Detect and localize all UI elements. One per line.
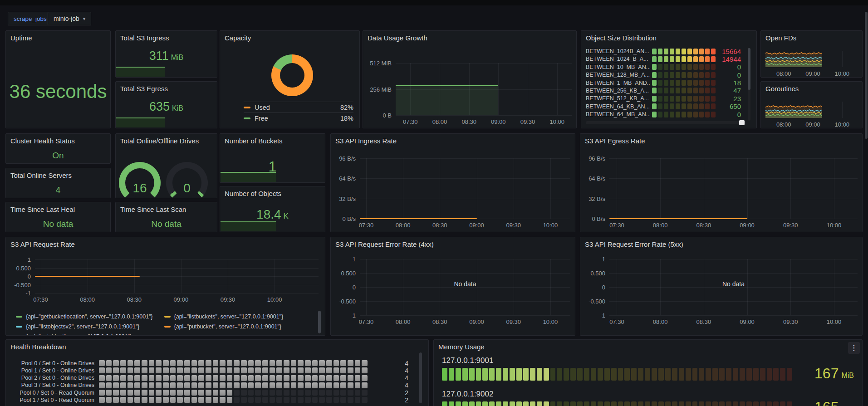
led-cell <box>712 401 718 406</box>
legend-item[interactable]: {api="putbucket", server="127.0.0.1:9001… <box>164 322 313 332</box>
led-cell <box>570 401 576 406</box>
led-cell <box>699 80 704 86</box>
page-scrollbar[interactable] <box>864 5 868 406</box>
scrollbar-handle[interactable] <box>739 120 745 125</box>
vertical-scrollbar[interactable] <box>748 48 750 121</box>
panel-title[interactable]: Health Breakdown <box>10 343 424 351</box>
health-row-label: Pool 1 / Set 0 - Read Quorum <box>10 397 99 403</box>
panel-title[interactable]: Uptime <box>10 34 106 42</box>
panel-total-s3-ingress: Total S3 Ingress 311MiB <box>115 30 217 78</box>
led-cell <box>746 401 752 406</box>
led-cell <box>134 382 140 388</box>
panel-title[interactable]: Number of Objects <box>225 190 320 197</box>
led-cell <box>355 390 361 396</box>
legend-item[interactable]: {api="getbucketlocation", server="127.0.… <box>16 312 164 322</box>
legend-item[interactable]: {api="putobject", server="127.0.0.1:9001… <box>16 332 164 336</box>
legend-row-used[interactable]: Used 82% <box>244 102 353 113</box>
x-axis-label: 10:00 <box>543 318 558 325</box>
object-size-value: 23 <box>716 95 745 103</box>
panel-title[interactable]: Total Online/Offline Drives <box>120 137 212 145</box>
led-bar <box>442 368 792 381</box>
panel-title[interactable]: Capacity <box>225 34 355 42</box>
horizontal-scrollbar[interactable] <box>586 121 745 124</box>
led-cell <box>564 368 569 381</box>
led-cell <box>726 368 731 381</box>
panel-title[interactable]: Time Since Last Scan <box>120 205 212 213</box>
led-cell <box>469 368 475 381</box>
health-breakdown-row: Pool 0 / Set 0 - Read Quorum2 <box>10 390 408 396</box>
led-cell <box>687 112 692 117</box>
led-cell <box>682 49 686 54</box>
panel-title[interactable]: Number of Buckets <box>225 137 320 145</box>
object-size-label: BETWEEN_1_MB_AND... <box>586 80 650 86</box>
led-cell <box>234 390 240 396</box>
variable-value-dropdown[interactable]: minio-job ▾ <box>48 12 91 25</box>
led-cell <box>248 375 254 381</box>
led-cell <box>348 390 353 396</box>
led-cell <box>227 367 233 373</box>
panel-title[interactable]: Goroutines <box>765 85 858 93</box>
legend-series-color <box>16 326 22 328</box>
error-4xx-plot: No data 10.5000-0.500-107:3008:0008:3009… <box>360 259 570 315</box>
legend-used-label: Used <box>255 104 270 111</box>
panel-title[interactable]: S3 API Request Error Rate (5xx) <box>585 240 858 248</box>
object-size-value: 47 <box>716 87 745 94</box>
panel-title[interactable]: Total S3 Ingress <box>120 34 212 42</box>
panel-title[interactable]: S3 API Ingress Rate <box>335 137 570 145</box>
led-cell <box>198 390 204 396</box>
led-cell <box>333 382 339 388</box>
scrollbar-thumb[interactable] <box>865 12 868 139</box>
x-axis-label: 08:30 <box>432 222 447 229</box>
panel-title[interactable]: Total S3 Egress <box>120 85 212 93</box>
led-cell <box>362 375 368 381</box>
panel-total-online-offline-drives: Total Online/Offline Drives 16 0 <box>115 133 217 198</box>
led-cell <box>692 368 698 381</box>
x-axis-label: 08:00 <box>396 318 411 325</box>
led-bar <box>652 49 716 54</box>
led-cell <box>184 382 190 388</box>
scrollbar-thumb[interactable] <box>748 48 750 90</box>
led-cell <box>241 360 247 366</box>
led-cell <box>312 382 318 388</box>
led-cell <box>686 368 691 381</box>
led-cell <box>676 80 680 86</box>
variable-label-chip[interactable]: scrape_jobs <box>8 12 53 25</box>
panel-title[interactable]: Object Size Distribution <box>586 34 752 42</box>
legend-row-free[interactable]: Free 18% <box>244 113 353 123</box>
led-cell <box>711 96 716 102</box>
objects-sparkline <box>221 221 276 231</box>
value: 311 <box>149 49 169 63</box>
led-cell <box>705 72 710 78</box>
led-cell <box>170 390 176 396</box>
legend-item[interactable]: {api="listobjectsv2", server="127.0.0.1:… <box>16 322 164 332</box>
led-cell <box>291 360 297 366</box>
led-cell <box>686 401 691 406</box>
gridline <box>360 287 570 288</box>
led-cell <box>291 397 297 403</box>
legend-scrollbar[interactable] <box>318 311 321 333</box>
led-cell <box>305 390 311 396</box>
led-cell <box>106 390 112 396</box>
led-cell <box>227 390 233 396</box>
panel-title[interactable]: S3 API Request Error Rate (4xx) <box>335 240 570 248</box>
variable-value: minio-job <box>54 15 79 22</box>
led-cell <box>693 56 698 62</box>
led-cell <box>206 367 211 373</box>
panel-title[interactable]: S3 API Egress Rate <box>585 137 858 145</box>
panel-title[interactable]: S3 API Request Rate <box>10 240 320 248</box>
led-cell <box>670 80 674 86</box>
legend-item[interactable]: {api="listbuckets", server="127.0.0.1:90… <box>164 312 313 322</box>
panel-title[interactable]: Cluster Health Status <box>10 137 106 145</box>
memory-server-name: 127.0.0.1:9002 <box>442 390 493 399</box>
gridline <box>790 259 791 315</box>
panel-title[interactable]: Total Online Servers <box>10 171 106 179</box>
led-cell <box>687 64 692 70</box>
led-cell <box>156 375 162 381</box>
panel-title[interactable]: Open FDs <box>765 34 858 42</box>
panel-title[interactable]: Time Since Last Heal <box>10 205 106 213</box>
goroutines-plot: 08:0009:0010:00 <box>765 102 857 118</box>
panel-title[interactable]: Data Usage Growth <box>368 34 572 42</box>
vertical-scrollbar[interactable] <box>419 352 422 403</box>
y-axis-label: -1 <box>350 312 356 319</box>
panel-s3-api-egress-rate: S3 API Egress Rate 96 B/s64 B/s32 B/s0 B… <box>580 133 863 232</box>
